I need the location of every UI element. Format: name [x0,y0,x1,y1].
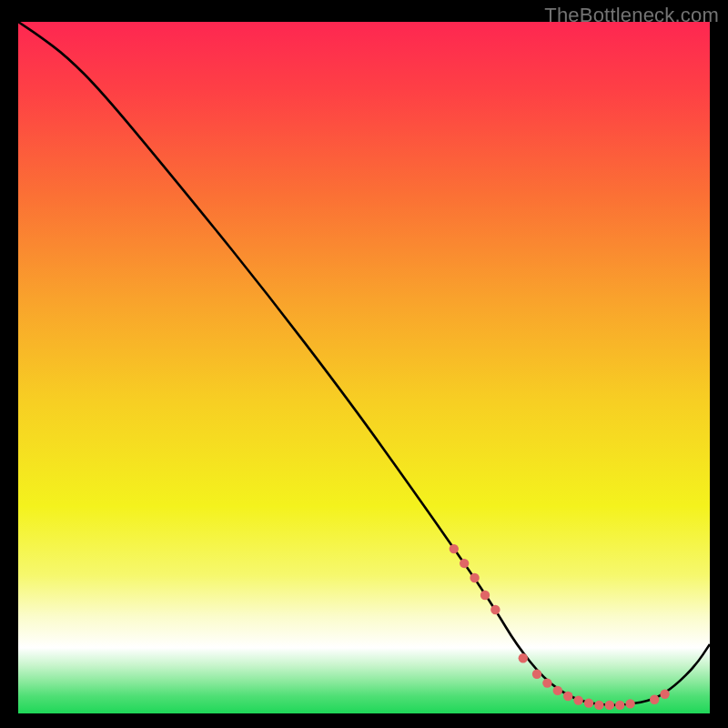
chart-frame: TheBottleneck.com [0,0,728,728]
watermark-text: TheBottleneck.com [544,4,719,27]
gradient-background [18,22,710,713]
curve-marker [470,573,479,582]
curve-marker [519,653,528,662]
curve-marker [605,701,614,710]
curve-marker [573,695,582,704]
curve-marker [450,544,459,553]
curve-marker [563,692,572,701]
curve-marker [594,701,603,710]
curve-marker [490,605,500,614]
curve-marker [584,698,593,707]
curve-marker [615,701,624,710]
curve-marker [625,699,634,708]
curve-marker [553,686,562,695]
curve-marker [650,695,659,704]
chart-svg [18,22,710,713]
curve-marker [480,591,490,600]
curve-marker [532,670,541,679]
curve-marker [542,678,551,687]
curve-marker [660,690,669,699]
curve-marker [460,559,469,568]
plot-area [18,22,710,713]
